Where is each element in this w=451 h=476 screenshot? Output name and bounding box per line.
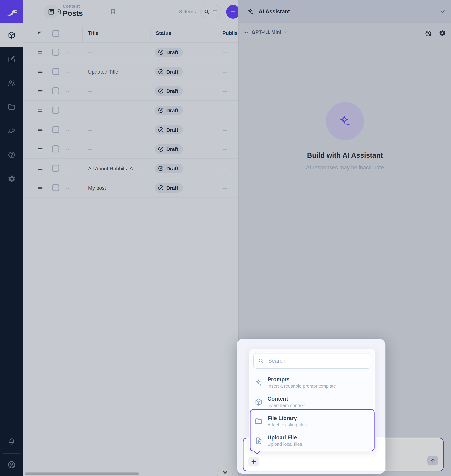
menu-item-title: Content — [267, 395, 305, 403]
attach-button[interactable] — [248, 457, 259, 466]
app-window: Content Posts 8 Items Ti — [0, 0, 451, 476]
attachment-search-input[interactable] — [253, 353, 371, 369]
plus-icon — [251, 458, 257, 465]
sparkles-icon — [254, 378, 263, 387]
menu-item-prompts[interactable]: PromptsInsert a reusable prompt template — [249, 373, 375, 392]
menu-item-upload-file[interactable]: Upload FileUpload local files — [249, 431, 375, 450]
folder-icon — [254, 417, 263, 426]
menu-item-title: File Library — [267, 414, 307, 422]
box-icon — [254, 398, 263, 406]
menu-item-subtitle: Attach existing files — [267, 422, 307, 428]
menu-item-subtitle: Insert a reusable prompt template — [267, 383, 336, 389]
menu-item-file-library[interactable]: File LibraryAttach existing files — [249, 412, 375, 431]
attachment-menu-items: PromptsInsert a reusable prompt template… — [249, 373, 375, 450]
attachment-menu: PromptsInsert a reusable prompt template… — [249, 348, 376, 452]
menu-item-subtitle: Insert item context — [267, 403, 305, 409]
menu-item-content[interactable]: ContentInsert item context — [249, 392, 375, 412]
menu-item-title: Prompts — [267, 376, 336, 383]
file-upload-icon — [254, 436, 263, 445]
menu-item-subtitle: Upload local files — [267, 441, 302, 447]
menu-item-title: Upload File — [267, 434, 302, 441]
